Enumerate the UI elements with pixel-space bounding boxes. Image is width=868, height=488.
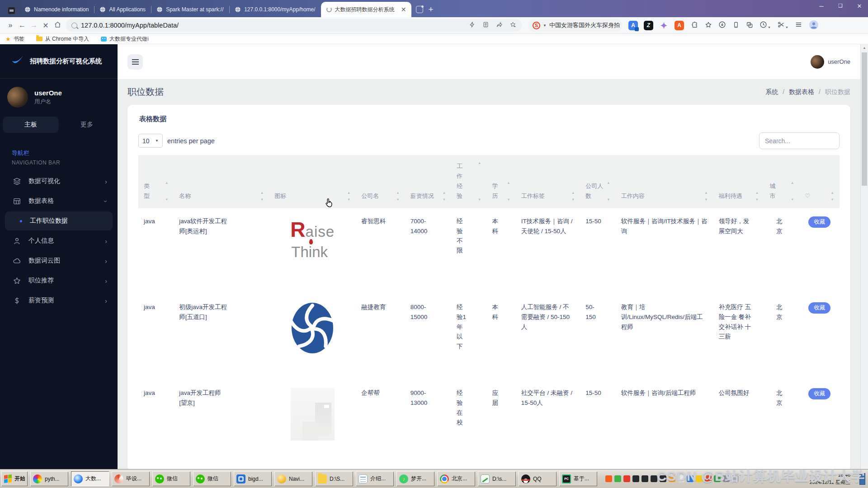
bookmark-item[interactable]: ★书签	[5, 35, 24, 43]
column-header[interactable]: ♡▲▼	[800, 155, 840, 208]
hot-search-text[interactable]: 中国女游客国外火车探身拍	[549, 21, 620, 29]
tab-organize-icon[interactable]	[416, 6, 423, 13]
pinned-tab[interactable]	[4, 4, 19, 17]
taskbar-button[interactable]: 北京...	[437, 471, 475, 486]
bookmark-item[interactable]: 从 Chrome 中导入	[36, 35, 89, 43]
forward-icon[interactable]: →	[28, 21, 40, 29]
extensions-puzzle-icon[interactable]	[691, 21, 698, 30]
browser-tab[interactable]: All Applications	[94, 2, 151, 17]
monitor-tray-icon[interactable]	[732, 475, 739, 482]
taskbar-button[interactable]: 微信	[152, 471, 190, 486]
downloads-icon[interactable]	[718, 21, 726, 30]
profile-icon[interactable]	[809, 20, 819, 31]
green-tray-icon[interactable]	[614, 475, 621, 482]
taskbar-button[interactable]: D:\s...	[478, 471, 516, 486]
url-text[interactable]: 127.0.0.1:8000/myApp/tableData/	[81, 22, 179, 29]
bookmark-item[interactable]: 大数据专业代做i	[101, 35, 149, 43]
sort-arrows-icon[interactable]: ▲▼	[505, 181, 510, 201]
taskbar-button[interactable]: QQ	[519, 471, 557, 486]
show-desktop-icon[interactable]	[859, 473, 865, 485]
red-tray-icon[interactable]	[623, 475, 630, 482]
breadcrumb-item[interactable]: 系统	[765, 88, 778, 96]
phone-icon[interactable]	[732, 21, 740, 30]
tab-mirror-icon[interactable]	[746, 21, 753, 30]
sidebar-item-person[interactable]: 个人信息›	[4, 231, 113, 251]
window-minimize-button[interactable]: ─	[817, 3, 826, 9]
sidebar-toggle-button[interactable]	[127, 54, 143, 70]
sidebar-subitem-active[interactable]: 工作职位数据	[5, 211, 113, 230]
qq-tray-icon[interactable]	[632, 475, 639, 482]
z-extension-icon[interactable]: Z	[644, 21, 653, 30]
sidebar-item-layers[interactable]: 数据可视化›	[4, 171, 113, 191]
stop-icon[interactable]: ✕	[40, 21, 52, 30]
sort-arrows-icon[interactable]: ▲▼	[394, 191, 399, 201]
column-header[interactable]: 薪资情况▲▼	[405, 155, 451, 208]
column-header[interactable]: 工作内容▲▼	[616, 155, 713, 208]
shield-tray-icon[interactable]	[687, 475, 693, 482]
taskbar-button[interactable]: pyth...	[30, 471, 68, 486]
sort-arrows-icon[interactable]: ▲▼	[440, 191, 446, 201]
overflow-chevrons-icon[interactable]: »	[5, 21, 16, 29]
plant-tray-icon[interactable]	[714, 475, 721, 482]
taskbar-button[interactable]: 大数...	[71, 471, 109, 486]
qq-tray-icon[interactable]	[660, 475, 666, 482]
share-icon[interactable]	[496, 21, 503, 29]
browser-tab[interactable]: 127.0.0.1:8000/myApp/home/	[229, 2, 321, 17]
browser-tab[interactable]: Namenode information	[19, 2, 94, 17]
file-tray-icon[interactable]	[678, 475, 684, 482]
column-header[interactable]: 学历▲▼	[486, 155, 515, 208]
gemini-extension-icon[interactable]	[659, 21, 669, 30]
sidebar-tab-more[interactable]: 更多	[59, 117, 115, 133]
sidebar-tab-main[interactable]: 主板	[3, 117, 59, 133]
bookmark-star-icon[interactable]	[705, 21, 712, 30]
a-extension-icon[interactable]: A	[675, 21, 684, 30]
column-header[interactable]: 公司名▲▼	[356, 155, 405, 208]
taskbar-button[interactable]: bigd...	[234, 471, 272, 486]
start-button[interactable]: 开始	[1, 471, 28, 486]
column-header[interactable]: 城市▲▼	[764, 155, 799, 208]
orange-file-tray-icon[interactable]	[669, 475, 675, 482]
flame-tray-icon[interactable]	[705, 475, 712, 482]
window-close-button[interactable]: ✕	[855, 3, 863, 9]
sort-arrows-icon[interactable]: ▲▼	[829, 191, 834, 201]
column-header[interactable]: 工作标签▲▼	[516, 155, 580, 208]
tab-close-icon[interactable]: ✕	[400, 5, 408, 14]
favorite-button[interactable]: 收藏	[808, 216, 830, 228]
menu-icon[interactable]	[795, 21, 802, 30]
column-header[interactable]: 名称▲▼	[174, 155, 269, 208]
sidebar-item-dollar[interactable]: 薪资预测›	[4, 291, 113, 310]
sort-arrows-icon[interactable]: ▲▼	[569, 191, 575, 201]
search-input[interactable]	[759, 132, 840, 149]
taskbar-button[interactable]: 毕设...	[112, 471, 150, 486]
home-icon[interactable]	[52, 21, 63, 30]
column-header[interactable]: 福利待遇▲▼	[713, 155, 764, 208]
sort-arrows-icon[interactable]: ▲▼	[163, 181, 168, 201]
reader-mode-icon[interactable]	[482, 21, 489, 29]
sidebar-item-star[interactable]: 职位推荐›	[4, 271, 113, 291]
favorite-button[interactable]: 收藏	[808, 302, 830, 314]
sort-arrows-icon[interactable]: ▲▼	[604, 181, 610, 201]
taskbar-clock[interactable]: 16:46 2024/12/11 星期三	[810, 472, 850, 486]
sort-arrows-icon[interactable]: ▲▼	[702, 191, 708, 201]
favorite-button[interactable]: 收藏	[808, 388, 830, 399]
taskbar-button[interactable]: 介绍...	[356, 471, 394, 486]
column-header[interactable]: 图标▲▼	[269, 155, 356, 208]
sidebar-item-cloud[interactable]: 数据词云图›	[4, 251, 113, 271]
sidebar-item-table[interactable]: 数据表格›	[4, 191, 113, 211]
sort-arrows-icon[interactable]: ▲▼	[753, 191, 759, 201]
scrollbar-up-icon[interactable]: ▲	[861, 44, 868, 51]
taskbar-button[interactable]: D:\S...	[315, 471, 353, 486]
qq-tray-icon[interactable]	[642, 475, 648, 482]
bookmark-add-icon[interactable]	[509, 21, 516, 29]
taskbar-button[interactable]: 微信	[193, 471, 231, 486]
column-header[interactable]: 类型▲▼	[138, 155, 174, 208]
gray-tray-icon[interactable]	[723, 475, 730, 482]
taskbar-button[interactable]: ♪梦开...	[396, 471, 434, 486]
translate-extension-icon[interactable]: A	[628, 21, 638, 30]
key-tray-icon[interactable]	[696, 475, 703, 482]
taskbar-button[interactable]: Navi...	[274, 471, 312, 486]
sort-arrows-icon[interactable]: ▲▼	[788, 181, 794, 201]
window-maximize-button[interactable]: ❑	[836, 3, 844, 9]
page-scrollbar[interactable]: ▲	[860, 44, 868, 469]
new-tab-button[interactable]: +	[429, 5, 434, 14]
